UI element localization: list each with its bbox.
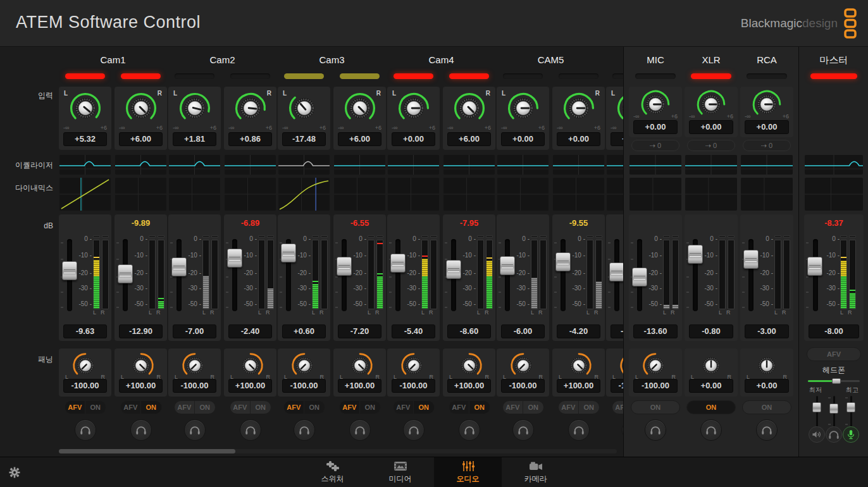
input-gain-knob[interactable] [123,90,159,126]
pan-knob[interactable] [236,351,265,380]
cam4-l-fader-value[interactable]: -5.40 [392,324,435,338]
monitor-mini-slider-0[interactable] [812,396,821,428]
cam3-r-solo-monitor-button[interactable] [349,419,371,441]
cam3-r-fader-value[interactable]: -7.20 [338,324,381,338]
cam3-r-on-button[interactable]: ON [359,401,380,414]
pan-knob[interactable] [180,351,209,380]
mic-solo-monitor-button[interactable] [645,419,666,441]
mini-slider-handle[interactable] [812,402,821,412]
cam4-l-equalizer-thumbnail[interactable] [388,155,439,175]
cam5-r-pan-value[interactable]: +100.00 [557,379,600,393]
monitor-speaker-button[interactable] [809,426,825,443]
input-gain-knob[interactable] [615,90,624,126]
cam1-l-pan-value[interactable]: -100.00 [63,379,107,393]
xlr-fader-value[interactable]: -0.80 [689,324,733,338]
xlr-pan-value[interactable]: +0.00 [689,379,733,393]
horizontal-scrollbar[interactable] [59,449,617,453]
rca-solo-monitor-button[interactable] [756,419,778,441]
cam4-l-solo-monitor-button[interactable] [403,419,425,441]
ch5-l-fader-value[interactable]: -12.00 [611,324,623,338]
cam2-l-fader-value[interactable]: -7.00 [173,324,216,338]
cam5-r-fader-track[interactable] [561,239,566,311]
cam2-l-afv-button[interactable]: AFV [175,401,195,414]
input-gain-knob[interactable] [505,90,541,126]
cam5-r-solo-monitor-button[interactable] [568,419,590,441]
cam4-r-dynamics-thumbnail[interactable] [443,178,495,211]
cam1-l-solo-monitor-button[interactable] [75,419,96,441]
rca-delay-button[interactable]: ⇢ 0 [743,140,791,151]
cam5-r-afv-button[interactable]: AFV [559,401,579,414]
ch5-l-equalizer-thumbnail[interactable] [607,155,623,175]
headphone-volume-slider[interactable] [808,378,860,384]
cam3-l-on-button[interactable]: ON [304,401,325,414]
cam2-r-gain-value[interactable]: +0.86 [228,132,272,146]
xlr-dynamics-thumbnail[interactable] [685,178,737,211]
xlr-gain-value[interactable]: +0.00 [689,120,733,134]
cam3-r-afv-button[interactable]: AFV [340,401,360,414]
input-gain-knob[interactable] [233,90,268,126]
pan-knob[interactable] [752,351,781,380]
xlr-equalizer-thumbnail[interactable] [685,155,737,175]
mic-gain-value[interactable]: +0.00 [633,120,678,134]
mini-slider-handle[interactable] [829,404,838,414]
cam4-l-afv-button[interactable]: AFV [394,401,414,414]
ch5-l-afv-button[interactable]: AFV [612,401,624,414]
pan-knob[interactable] [71,351,100,380]
cam1-r-pan-value[interactable]: +100.00 [119,379,163,393]
input-gain-knob[interactable] [177,90,213,126]
pan-knob[interactable] [564,351,593,380]
cam4-l-gain-value[interactable]: +0.00 [392,132,435,146]
cam1-l-gain-value[interactable]: +5.32 [63,132,107,146]
tab-audio[interactable]: 오디오 [434,457,502,487]
pan-knob[interactable] [399,351,428,380]
pan-knob[interactable] [509,351,538,380]
mic-pan-value[interactable]: -100.00 [633,379,678,393]
cam5-l-equalizer-thumbnail[interactable] [497,155,549,175]
master-afv-button[interactable]: AFV [807,347,861,361]
cam3-l-gain-value[interactable]: -17.48 [282,132,326,146]
pan-knob[interactable] [641,351,670,380]
cam2-r-fader-value[interactable]: -2.40 [228,324,272,338]
cam5-l-fader-value[interactable]: -6.00 [501,324,545,338]
cam5-l-afv-button[interactable]: AFV [503,401,523,414]
pan-knob[interactable] [345,351,375,380]
headphone-volume-handle[interactable] [832,378,841,384]
cam1-r-on-button[interactable]: ON [140,401,161,414]
pan-knob[interactable] [127,351,156,380]
cam3-r-gain-value[interactable]: +6.00 [338,132,381,146]
input-gain-knob[interactable] [287,90,322,126]
cam5-r-on-button[interactable]: ON [578,401,599,414]
cam5-l-dynamics-thumbnail[interactable] [497,178,549,211]
cam1-r-fader-value[interactable]: -12.90 [119,324,163,338]
cam5-r-fader-value[interactable]: -4.20 [557,324,600,338]
cam3-r-pan-value[interactable]: +100.00 [338,379,381,393]
rca-fader-value[interactable]: -3.00 [745,324,789,338]
cam2-r-solo-monitor-button[interactable] [240,419,261,441]
mic-dynamics-thumbnail[interactable] [629,178,681,211]
cam4-l-pan-value[interactable]: -100.00 [392,379,435,393]
pan-knob[interactable] [697,351,726,380]
cam4-r-fader-value[interactable]: -8.60 [447,324,491,338]
cam3-l-afv-button[interactable]: AFV [284,401,304,414]
cam4-r-afv-button[interactable]: AFV [449,401,469,414]
pan-knob[interactable] [290,351,319,380]
tab-camera[interactable]: 카메라 [502,457,569,487]
cam4-r-pan-value[interactable]: +100.00 [447,379,491,393]
input-gain-knob[interactable] [561,90,597,126]
cam4-l-dynamics-thumbnail[interactable] [388,178,439,211]
cam4-l-fader-track[interactable] [395,239,400,311]
cam5-r-dynamics-thumbnail[interactable] [553,178,604,211]
cam4-r-on-button[interactable]: ON [469,401,490,414]
tab-media[interactable]: 미디어 [366,457,434,487]
cam2-l-pan-value[interactable]: -100.00 [173,379,216,393]
cam4-r-solo-monitor-button[interactable] [459,419,480,441]
rca-gain-value[interactable]: +0.00 [745,120,789,134]
input-gain-knob[interactable] [396,90,431,126]
pan-knob[interactable] [618,351,624,380]
master-equalizer-thumbnail[interactable] [805,155,863,175]
cam2-l-on-button[interactable]: ON [194,401,215,414]
cam3-l-fader-value[interactable]: +0.60 [282,324,326,338]
rca-equalizer-thumbnail[interactable] [741,155,793,175]
rca-on-button[interactable]: ON [743,401,791,414]
cam2-r-pan-value[interactable]: +100.00 [228,379,272,393]
